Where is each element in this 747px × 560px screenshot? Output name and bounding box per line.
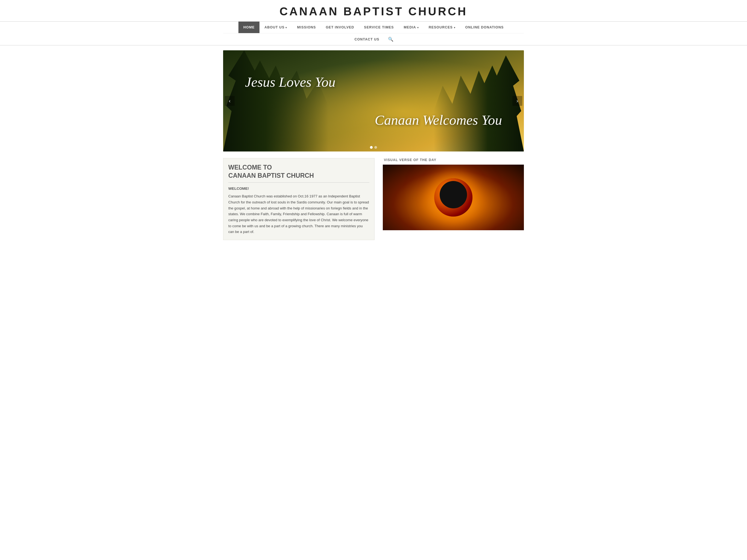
nav-item-about-us[interactable]: ABOUT US ▾ [259, 22, 292, 33]
slider-next-button[interactable]: › [512, 96, 522, 106]
welcome-body: Canaan Baptist Church was established on… [228, 193, 369, 235]
resources-caret-icon: ▾ [454, 26, 456, 29]
media-caret-icon: ▾ [417, 26, 419, 29]
nav-row-2: CONTACT US🔍 [223, 33, 524, 45]
slider-dots [370, 146, 377, 149]
nav-inner: HOMEABOUT US ▾MISSIONSGET INVOLVEDSERVIC… [223, 22, 524, 45]
nav-item-home[interactable]: HOME [238, 22, 259, 33]
eclipse-visual [434, 178, 472, 217]
welcome-title: WELCOME TO CANAAN BAPTIST CHURCH [228, 163, 369, 183]
search-icon[interactable]: 🔍 [384, 33, 397, 45]
nav-item-missions[interactable]: MISSIONS [292, 22, 321, 33]
nav-item-get-involved[interactable]: GET INVOLVED [321, 22, 359, 33]
nav-row-1: HOMEABOUT US ▾MISSIONSGET INVOLVEDSERVIC… [223, 22, 524, 33]
welcome-title-line2: CANAAN BAPTIST CHURCH [228, 172, 314, 179]
nav-item-contact-us[interactable]: CONTACT US [350, 34, 384, 45]
hero-slider: ‹ Jesus Loves You Canaan Welcomes You › [223, 50, 524, 152]
visual-verse-image [383, 164, 524, 230]
welcome-title-line1: WELCOME TO [228, 164, 272, 171]
nav-item-media[interactable]: MEDIA ▾ [398, 22, 423, 33]
hero-line2: Canaan Welcomes You [245, 112, 502, 128]
welcome-section: WELCOME TO CANAAN BAPTIST CHURCH WELCOME… [223, 158, 375, 240]
visual-verse-title: VISUAL VERSE OF THE DAY [383, 158, 524, 162]
main-content: WELCOME TO CANAAN BAPTIST CHURCH WELCOME… [223, 158, 524, 248]
welcome-subtitle: WELCOME! [228, 186, 369, 190]
nav-item-service-times[interactable]: SERVICE TIMES [359, 22, 398, 33]
site-title: CANAAN BAPTIST CHURCH [0, 5, 747, 18]
hero-line1: Jesus Loves You [245, 74, 502, 90]
eclipse-inner [440, 181, 467, 208]
slider-dot-1[interactable] [370, 146, 373, 149]
slider-dot-2[interactable] [374, 146, 377, 149]
site-header: CANAAN BAPTIST CHURCH [0, 0, 747, 21]
nav-item-resources[interactable]: RESOURCES ▾ [424, 22, 460, 33]
hero-text: Jesus Loves You Canaan Welcomes You [223, 74, 524, 128]
visual-verse-section: VISUAL VERSE OF THE DAY [383, 158, 524, 240]
about-us-caret-icon: ▾ [285, 26, 287, 29]
main-nav: HOMEABOUT US ▾MISSIONSGET INVOLVEDSERVIC… [0, 21, 747, 45]
slider-prev-button[interactable]: ‹ [225, 96, 235, 106]
nav-item-online-donations[interactable]: ONLINE DONATIONS [460, 22, 509, 33]
